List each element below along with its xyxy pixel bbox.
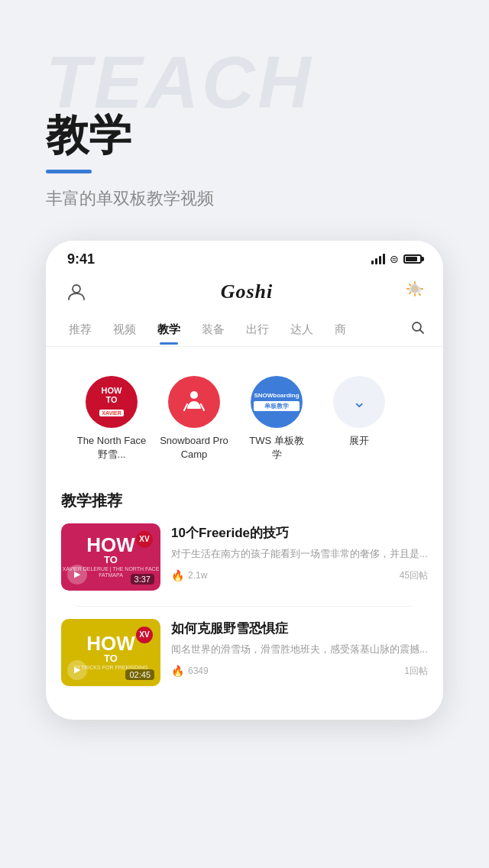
- video-thumb-1: HOWTO XAVIER DELERUE | THE NORTH FACE FA…: [61, 523, 160, 591]
- svg-point-11: [190, 391, 198, 399]
- views-2: 6349: [188, 666, 209, 676]
- svg-line-8: [410, 292, 411, 293]
- video-title-1: 10个Freeride的技巧: [171, 525, 428, 542]
- category-tnf[interactable]: HOW TO XAVIER The North Face野雪...: [73, 376, 150, 462]
- hero-section: TEACH 教学 丰富的单双板教学视频: [0, 0, 489, 241]
- tws-label: TWS 单板教学: [249, 434, 304, 462]
- category-items: HOW TO XAVIER The North Face野雪...: [73, 376, 416, 462]
- video-card-1[interactable]: HOWTO XAVIER DELERUE | THE NORTH FACE FA…: [61, 523, 428, 591]
- battery-icon: [403, 254, 422, 264]
- search-icon[interactable]: [405, 313, 431, 346]
- svg-point-0: [73, 285, 80, 293]
- svg-line-6: [410, 283, 411, 285]
- signal-icon: [371, 254, 385, 264]
- video-meta-2: 🔥 6349 1回帖: [171, 665, 428, 678]
- comments-1: 45回帖: [400, 569, 428, 582]
- category-expand[interactable]: ⌄ 展开: [321, 376, 397, 448]
- hero-subtitle: 丰富的单双板教学视频: [46, 187, 443, 210]
- tab-expert[interactable]: 达人: [280, 315, 324, 345]
- video-meta-1: 🔥 2.1w 45回帖: [171, 569, 428, 582]
- spc-icon: [168, 376, 220, 428]
- category-section: HOW TO XAVIER The North Face野雪...: [61, 361, 428, 477]
- weather-icon[interactable]: [405, 280, 425, 304]
- comments-2: 1回帖: [404, 665, 428, 678]
- tab-teaching[interactable]: 教学: [147, 315, 191, 345]
- tnf-icon: HOW TO XAVIER: [86, 376, 138, 428]
- video-thumb-2: HOWTO 10 TRICKS FOR FREERIDING XV ▶ 02:4…: [61, 619, 160, 686]
- svg-line-10: [420, 329, 424, 333]
- tnf-label: The North Face野雪...: [73, 434, 150, 462]
- video-desc-1: 对于生活在南方的孩子能看到一场雪非常的奢侈，并且是...: [171, 546, 428, 562]
- svg-line-7: [419, 293, 420, 295]
- spc-label: Snowboard Pro Camp: [156, 434, 232, 462]
- views-1: 2.1w: [188, 570, 207, 581]
- expand-label: 展开: [349, 434, 369, 448]
- wifi-icon: ⊜: [390, 253, 399, 265]
- video-info-1: 10个Freeride的技巧 对于生活在南方的孩子能看到一场雪非常的奢侈，并且是…: [171, 523, 428, 582]
- hero-underline: [46, 170, 92, 173]
- divider-1: [76, 606, 413, 607]
- tab-gear[interactable]: 装备: [191, 315, 235, 345]
- phone-mockup: 9:41 ⊜ Gosh: [46, 241, 443, 720]
- fire-icon-1: 🔥: [171, 569, 184, 581]
- recommend-section: 教学推荐 HOWTO XAVIER DELERUE | THE NORTH FA…: [46, 491, 443, 686]
- svg-line-12: [184, 404, 187, 410]
- status-bar: 9:41 ⊜: [46, 241, 443, 274]
- tab-recommended[interactable]: 推荐: [58, 315, 102, 345]
- video-title-2: 如何克服野雪恐惧症: [171, 620, 428, 637]
- tws-icon: SNOWboarding 单板教学: [251, 376, 303, 428]
- section-title: 教学推荐: [61, 491, 428, 511]
- nav-bar: Goshi: [46, 274, 443, 313]
- status-time: 9:41: [67, 251, 95, 267]
- app-logo: Goshi: [221, 280, 274, 303]
- tab-video[interactable]: 视频: [102, 315, 147, 345]
- tab-shop[interactable]: 商: [324, 315, 357, 345]
- expand-icon: ⌄: [333, 376, 385, 428]
- avatar-icon[interactable]: [64, 280, 89, 304]
- fire-icon-2: 🔥: [171, 665, 184, 677]
- video-info-2: 如何克服野雪恐惧症 闻名世界的滑雪场，滑雪胜地班夫，感受落基山脉的震撼... 🔥…: [171, 619, 428, 678]
- tab-bar: 推荐 视频 教学 装备 出行 达人 商: [46, 313, 443, 347]
- tab-travel[interactable]: 出行: [235, 315, 280, 345]
- video-desc-2: 闻名世界的滑雪场，滑雪胜地班夫，感受落基山脉的震撼...: [171, 642, 428, 657]
- video-card-2[interactable]: HOWTO 10 TRICKS FOR FREERIDING XV ▶ 02:4…: [61, 619, 428, 686]
- hero-bg-text: TEACH: [46, 46, 443, 119]
- category-tws[interactable]: SNOWboarding 单板教学 TWS 单板教学: [238, 376, 315, 462]
- svg-line-13: [201, 404, 204, 410]
- phone-wrapper: 9:41 ⊜ Gosh: [0, 241, 489, 743]
- status-icons: ⊜: [371, 253, 422, 265]
- category-spc[interactable]: Snowboard Pro Camp: [156, 376, 232, 462]
